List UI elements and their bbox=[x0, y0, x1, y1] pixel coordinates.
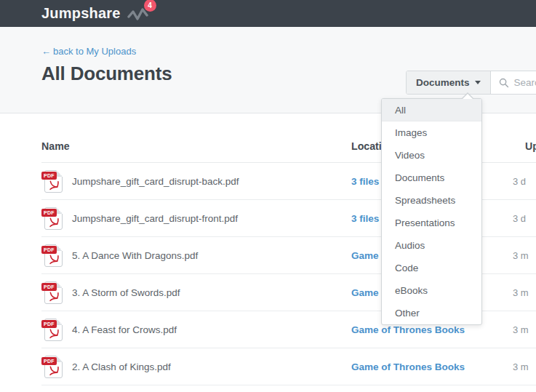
column-header-uploaded: Up bbox=[513, 140, 536, 152]
search-box bbox=[491, 71, 536, 94]
back-link-label: back to My Uploads bbox=[53, 46, 136, 57]
pdf-file-icon: PDF bbox=[41, 170, 63, 193]
file-uploaded: 3 d bbox=[513, 213, 526, 224]
file-name: Jumpshare_gift_card_disrupt-back.pdf bbox=[72, 176, 239, 187]
file-location-link[interactable]: 3 files bbox=[351, 176, 379, 187]
file-name: 3. A Storm of Swords.pdf bbox=[72, 287, 180, 298]
dropdown-item-images[interactable]: Images bbox=[382, 121, 481, 144]
dropdown-item-all[interactable]: All bbox=[382, 99, 481, 121]
dropdown-item-presentations[interactable]: Presentations bbox=[382, 212, 481, 234]
file-location-link[interactable]: 3 files bbox=[351, 213, 379, 224]
search-input[interactable] bbox=[514, 77, 536, 88]
dropdown-item-other[interactable]: Other bbox=[382, 302, 481, 324]
pdf-file-icon: PDF bbox=[41, 244, 63, 267]
filter-dropdown-menu: All Images Videos Documents Spreadsheets… bbox=[381, 98, 482, 325]
file-name: 2. A Clash of Kings.pdf bbox=[72, 361, 171, 372]
file-name: 4. A Feast for Crows.pdf bbox=[72, 324, 177, 335]
back-arrow-icon: ← bbox=[41, 46, 51, 57]
filter-button-label: Documents bbox=[416, 77, 470, 88]
pdf-file-icon: PDF bbox=[41, 207, 63, 230]
file-name: Jumpshare_gift_card_disrupt-front.pdf bbox=[72, 213, 238, 224]
caret-down-icon bbox=[475, 81, 481, 84]
column-header-name: Name bbox=[41, 140, 351, 152]
notification-badge[interactable]: 4 bbox=[144, 0, 156, 12]
pdf-file-icon: PDF bbox=[41, 281, 63, 304]
file-uploaded: 3 m bbox=[513, 324, 529, 335]
dropdown-item-audios[interactable]: Audios bbox=[382, 234, 481, 257]
file-uploaded: 3 m bbox=[513, 361, 529, 372]
jumpshare-pulse-logo-icon: 4 bbox=[127, 5, 152, 23]
dropdown-item-spreadsheets[interactable]: Spreadsheets bbox=[382, 189, 481, 212]
file-name: 5. A Dance With Dragons.pdf bbox=[72, 250, 198, 261]
back-to-uploads-link[interactable]: ←back to My Uploads bbox=[41, 46, 136, 57]
filter-type-button[interactable]: Documents bbox=[407, 71, 491, 94]
file-location-link[interactable]: Game of Thrones Books bbox=[351, 324, 465, 335]
app-header: Jumpshare 4 bbox=[0, 0, 536, 27]
table-row[interactable]: PDF 2. A Clash of Kings.pdf Game of Thro… bbox=[41, 348, 536, 385]
file-uploaded: 3 m bbox=[513, 250, 529, 261]
search-icon bbox=[499, 78, 509, 88]
dropdown-item-videos[interactable]: Videos bbox=[382, 144, 481, 167]
dropdown-item-ebooks[interactable]: eBooks bbox=[382, 279, 481, 302]
file-uploaded: 3 m bbox=[513, 287, 529, 298]
brand-logo-text: Jumpshare bbox=[41, 5, 121, 22]
file-uploaded: 3 d bbox=[513, 176, 526, 187]
file-location-link[interactable]: Game of Thrones Books bbox=[351, 361, 465, 372]
pdf-file-icon: PDF bbox=[41, 356, 63, 378]
pdf-file-icon: PDF bbox=[41, 319, 63, 341]
filter-search-group: Documents bbox=[406, 71, 536, 95]
dropdown-item-documents[interactable]: Documents bbox=[382, 167, 481, 189]
dropdown-item-code[interactable]: Code bbox=[382, 257, 481, 279]
